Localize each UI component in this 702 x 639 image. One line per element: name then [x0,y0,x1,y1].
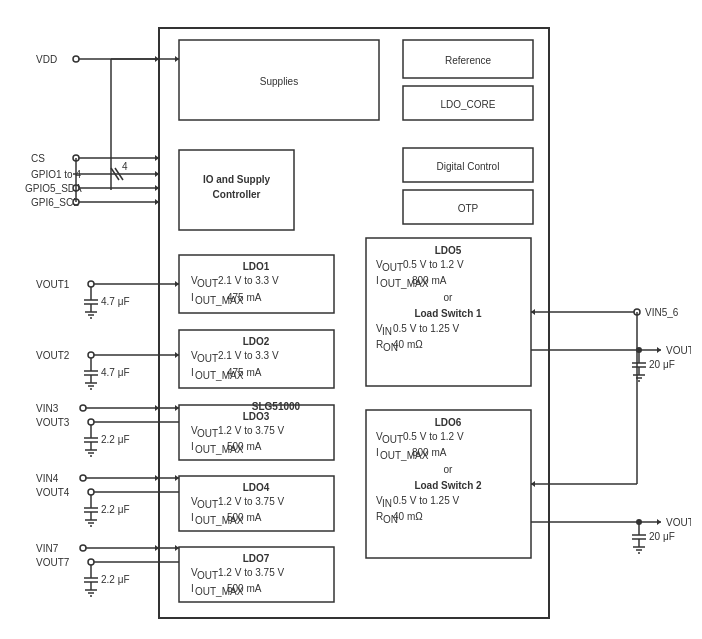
svg-text:CS: CS [31,153,45,164]
svg-text:LDO2: LDO2 [243,336,270,347]
svg-text:or: or [444,292,454,303]
svg-point-148 [80,475,86,481]
svg-rect-70 [366,410,531,558]
svg-text:LDO1: LDO1 [243,261,270,272]
svg-point-133 [80,405,86,411]
svg-point-177 [634,309,640,315]
svg-wiring: Supplies Reference LDO_CORE IO and Suppl… [11,10,691,630]
svg-text:I: I [191,292,194,303]
svg-point-102 [73,199,79,205]
svg-text:1.2 V to 3.75 V: 1.2 V to 3.75 V [218,496,284,507]
svg-text:VIN5_6: VIN5_6 [645,307,679,318]
svg-text:OUT: OUT [197,570,218,581]
svg-text:1.2 V to 3.75 V: 1.2 V to 3.75 V [218,425,284,436]
svg-rect-30 [179,405,334,460]
svg-marker-150 [155,475,159,481]
svg-marker-182 [657,347,661,353]
svg-text:V: V [191,496,198,507]
svg-text:OUT: OUT [197,428,218,439]
svg-text:VOUT3: VOUT3 [36,417,70,428]
svg-line-96 [115,168,123,180]
svg-text:OUT_MAX: OUT_MAX [195,370,244,381]
svg-text:VOUT5: VOUT5 [666,345,691,356]
svg-marker-220 [175,545,179,551]
svg-marker-194 [657,519,661,525]
svg-text:I: I [376,275,379,286]
svg-rect-14 [179,255,334,313]
svg-text:OUT_MAX: OUT_MAX [380,450,429,461]
svg-marker-106 [155,185,159,191]
svg-text:Load Switch 2: Load Switch 2 [414,480,482,491]
svg-text:I: I [191,583,194,594]
svg-text:2.2 μF: 2.2 μF [101,504,130,515]
svg-text:800 mA: 800 mA [412,275,447,286]
svg-text:LDO5: LDO5 [435,245,462,256]
svg-text:Load Switch 1: Load Switch 1 [414,308,482,319]
svg-rect-1 [179,40,379,120]
svg-text:VOUT6: VOUT6 [666,517,691,528]
svg-rect-5 [403,86,533,120]
svg-text:V: V [191,350,198,361]
svg-text:2.2 μF: 2.2 μF [101,434,130,445]
svg-point-92 [73,155,79,161]
svg-point-192 [636,347,642,353]
svg-marker-90 [155,56,159,62]
svg-point-163 [80,545,86,551]
svg-marker-180 [531,309,535,315]
svg-text:500 mA: 500 mA [227,583,262,594]
svg-text:ON: ON [383,514,398,525]
svg-text:0.5 V to 1.25 V: 0.5 V to 1.25 V [393,323,459,334]
svg-text:20 μF: 20 μF [649,359,675,370]
svg-point-100 [73,185,79,191]
svg-text:GPIO5_SDA: GPIO5_SDA [25,183,82,194]
svg-text:OUT: OUT [197,353,218,364]
svg-text:V: V [376,495,383,506]
svg-text:Supplies: Supplies [260,76,298,87]
svg-text:4: 4 [122,161,128,172]
svg-text:OUT: OUT [382,434,403,445]
svg-text:or: or [444,464,454,475]
svg-text:4.7 μF: 4.7 μF [101,296,130,307]
svg-point-122 [88,352,94,358]
svg-text:VOUT1: VOUT1 [36,279,70,290]
svg-line-95 [111,168,119,180]
svg-text:OUT_MAX: OUT_MAX [195,586,244,597]
svg-text:500 mA: 500 mA [227,512,262,523]
svg-text:SLG51000: SLG51000 [252,401,301,412]
svg-text:800 mA: 800 mA [412,447,447,458]
svg-text:OTP: OTP [458,203,479,214]
svg-point-88 [73,56,79,62]
svg-text:V: V [191,425,198,436]
svg-text:2.1 V to 3.3 V: 2.1 V to 3.3 V [218,350,279,361]
svg-text:20 μF: 20 μF [649,531,675,542]
svg-text:V: V [376,431,383,442]
svg-text:R: R [376,339,383,350]
svg-point-152 [88,489,94,495]
svg-text:GPI6_SCL: GPI6_SCL [31,197,79,208]
svg-rect-0 [159,28,549,618]
svg-text:500 mA: 500 mA [227,441,262,452]
svg-text:R: R [376,511,383,522]
svg-marker-217 [175,475,179,481]
svg-text:I: I [191,367,194,378]
svg-marker-108 [155,199,159,205]
svg-point-167 [88,559,94,565]
svg-text:LDO_CORE: LDO_CORE [440,99,495,110]
svg-text:VOUT7: VOUT7 [36,557,70,568]
svg-text:V: V [376,259,383,270]
svg-text:0.5 V to 1.2 V: 0.5 V to 1.2 V [403,431,464,442]
svg-marker-104 [155,155,159,161]
svg-text:I: I [191,512,194,523]
svg-point-137 [88,419,94,425]
svg-text:Reference: Reference [445,55,492,66]
svg-text:IN: IN [382,326,392,337]
svg-text:1.2 V to 3.75 V: 1.2 V to 3.75 V [218,567,284,578]
svg-text:4.7 μF: 4.7 μF [101,367,130,378]
svg-text:OUT_MAX: OUT_MAX [195,515,244,526]
svg-marker-225 [175,56,179,62]
svg-text:0.5 V to 1.2 V: 0.5 V to 1.2 V [403,259,464,270]
svg-text:LDO6: LDO6 [435,417,462,428]
svg-point-204 [636,519,642,525]
svg-text:V: V [191,567,198,578]
svg-text:LDO7: LDO7 [243,553,270,564]
